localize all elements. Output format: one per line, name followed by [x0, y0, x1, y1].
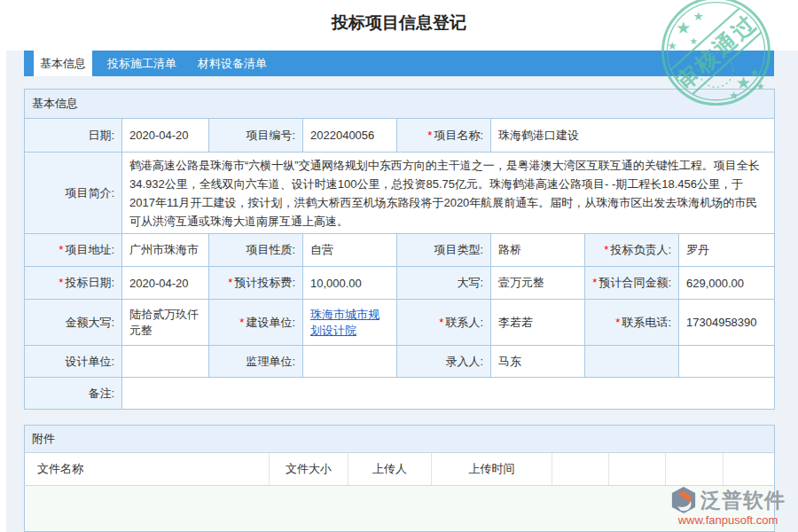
required-mark: *	[228, 276, 232, 289]
type-value: 路桥	[491, 234, 585, 267]
section-header-basic: 基本信息	[25, 90, 775, 119]
remark-value	[122, 378, 775, 410]
type-label: 项目类型:	[397, 234, 491, 267]
remark-label: 备注:	[25, 378, 122, 410]
required-mark: *	[239, 316, 244, 329]
nature-label: 项目性质:	[209, 234, 303, 267]
attachments-table: 附件 文件名称 文件大小 上传人 上传时间	[24, 425, 775, 532]
design-unit-value	[122, 346, 209, 378]
design-unit-label: 设计单位:	[25, 346, 122, 378]
empty-label-cell	[585, 346, 679, 378]
fanpu-brand-text: 泛普软件	[700, 487, 786, 514]
recorder-label: 录入人:	[397, 346, 491, 378]
supervision-unit-label: 监理单位:	[209, 346, 303, 378]
project-name-value: 珠海鹤港口建设	[491, 119, 775, 153]
bid-owner-value: 罗丹	[679, 234, 775, 267]
column-header-file-size: 文件大小	[270, 453, 348, 486]
tab-bar: 基本信息 投标施工清单 材料设备清单	[24, 51, 774, 76]
bid-fee-label: *预计投标费:	[209, 267, 303, 300]
section-header-attachments: 附件	[25, 426, 775, 453]
column-header-file-name: 文件名称	[25, 453, 270, 486]
page-title: 投标项目信息登记	[0, 12, 798, 35]
contact-value: 李若若	[491, 300, 585, 346]
date-value: 2020-04-20	[122, 119, 209, 153]
fanpu-logo-icon	[670, 486, 697, 514]
tab-bid-construction-list[interactable]: 投标施工清单	[101, 51, 183, 76]
column-header-empty	[724, 453, 775, 486]
construction-unit-value: 珠海市城市规划设计院	[303, 300, 397, 346]
contract-amount-label: *预计合同金额:	[585, 267, 679, 300]
nature-value: 自营	[303, 234, 397, 267]
contact-label: *联系人:	[397, 300, 491, 346]
bid-owner-label: *投标负责人:	[585, 234, 679, 267]
tab-basic-info[interactable]: 基本信息	[34, 51, 92, 76]
basic-info-table: 基本信息 日期: 2020-04-20 项目编号: 2022040056 *项目…	[24, 89, 775, 410]
bid-date-value: 2020-04-20	[122, 267, 209, 300]
project-name-label: *项目名称:	[397, 119, 491, 153]
column-header-empty	[552, 453, 609, 486]
star-icon: ★	[690, 35, 699, 46]
attachments-empty-row	[25, 486, 775, 532]
contract-amount-value: 629,000.00	[679, 267, 775, 300]
construction-unit-label: *建设单位:	[209, 300, 303, 346]
recorder-value: 马东	[491, 346, 585, 378]
required-mark: *	[592, 276, 597, 289]
column-header-uploader: 上传人	[348, 453, 432, 486]
bid-fee-value: 10,000.00	[303, 267, 397, 300]
column-header-upload-time: 上传时间	[432, 453, 552, 486]
fanpu-site-url: www.fanpusoft.com	[678, 513, 778, 527]
construction-unit-link[interactable]: 珠海市城市规划设计院	[310, 308, 379, 337]
fanpu-watermark: 泛普软件 www.fanpusoft.com	[670, 486, 786, 527]
summary-label: 项目简介:	[25, 153, 122, 234]
phone-value: 17304958390	[679, 300, 775, 346]
required-mark: *	[427, 129, 432, 142]
address-value: 广州市珠海市	[122, 234, 209, 267]
fee-caps-label: 大写:	[397, 267, 491, 300]
date-label: 日期:	[25, 119, 122, 153]
supervision-unit-value	[303, 346, 397, 378]
required-mark: *	[59, 243, 63, 256]
bid-date-label: *投标日期:	[25, 267, 122, 300]
project-no-value: 2022040056	[303, 119, 397, 153]
address-label: *项目地址:	[25, 234, 122, 267]
required-mark: *	[59, 276, 63, 289]
summary-value: 鹤港高速公路是珠海市“六横十纵”交通网络规划中东西方向的主干道之一，是粤港澳大湾…	[122, 153, 775, 234]
empty-value-cell	[679, 346, 775, 378]
phone-label: *联系电话:	[585, 300, 679, 346]
amount-caps-value: 陆拾贰万玖仟元整	[122, 300, 209, 346]
column-header-empty	[609, 453, 666, 486]
tab-material-equipment-list[interactable]: 材料设备清单	[192, 51, 273, 76]
required-mark: *	[615, 316, 620, 329]
required-mark: *	[439, 316, 443, 329]
project-no-label: 项目编号:	[209, 119, 303, 153]
amount-caps-label: 金额大写:	[25, 300, 122, 346]
fee-caps-value: 壹万元整	[491, 267, 585, 300]
column-header-empty	[666, 453, 724, 486]
required-mark: *	[604, 243, 608, 256]
